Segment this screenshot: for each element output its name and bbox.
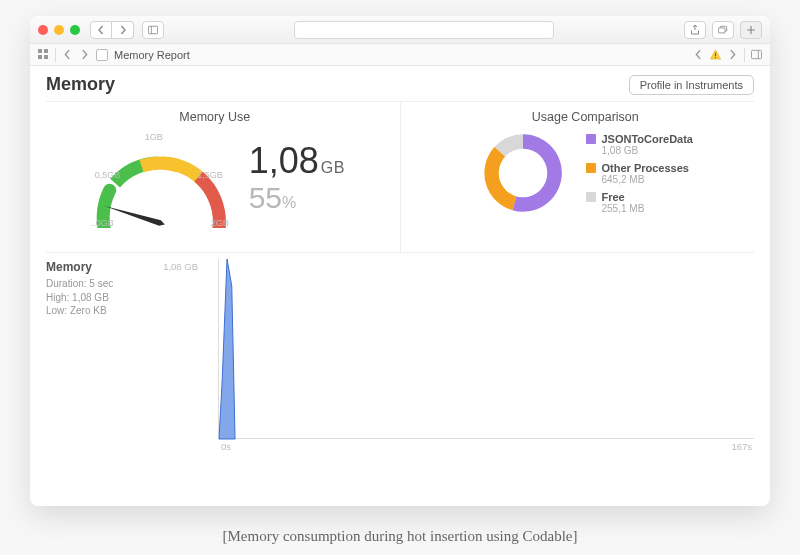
timeline-low: Low: Zero KB (46, 304, 146, 318)
gauge-percent-number: 55 (249, 181, 282, 214)
share-icon (690, 25, 700, 35)
usage-donut-chart (478, 128, 568, 218)
sidebar-icon (148, 25, 158, 35)
profile-in-instruments-button[interactable]: Profile in Instruments (629, 75, 754, 95)
legend-value: 645,2 MB (602, 174, 689, 185)
share-button[interactable] (684, 21, 706, 39)
forward-button[interactable] (112, 21, 134, 39)
scheme-selector[interactable] (294, 21, 554, 39)
figure-caption: [Memory consumption during hot insertion… (0, 528, 800, 545)
xcode-memory-report-window: Memory Report Memory Profile in Instrume… (30, 16, 770, 506)
editor-layout-icon (751, 49, 762, 60)
svg-rect-8 (715, 53, 716, 56)
legend-item: JSONToCoreData 1,08 GB (586, 133, 693, 156)
timeline-header: Memory Duration: 5 sec High: 1,08 GB Low… (46, 253, 754, 439)
usage-comparison-panel: Usage Comparison (401, 102, 771, 252)
grid-view-button[interactable] (38, 49, 49, 60)
legend-swatch (586, 134, 596, 144)
legend-value: 1,08 GB (602, 145, 693, 156)
gauge-tick-15: 1,5GB (197, 170, 223, 180)
related-items-button[interactable] (693, 49, 704, 60)
legend-swatch (586, 163, 596, 173)
titlebar-center (168, 21, 680, 39)
gauge-tick-2: 2GB (211, 218, 229, 228)
breadcrumb[interactable]: Memory Report (114, 49, 190, 61)
chevron-right-icon (79, 49, 90, 60)
gauge-tick-0: ..0GB (91, 218, 114, 228)
memory-use-panel: Memory Use (30, 102, 401, 252)
gauge-value-unit: GB (321, 159, 345, 176)
usage-legend: JSONToCoreData 1,08 GB Other Processes 6… (586, 133, 693, 214)
timeline-svg (219, 259, 754, 439)
titlebar-right-group (684, 21, 762, 39)
usage-comparison-title: Usage Comparison (417, 110, 755, 124)
gauge-value: 1,08GB (249, 143, 345, 179)
page-title: Memory (46, 74, 115, 95)
svg-rect-0 (148, 26, 157, 34)
tabs-button[interactable] (712, 21, 734, 39)
gauge-readout: 1,08GB 55% (249, 143, 345, 213)
chevron-right-icon (118, 25, 128, 35)
timeline-x-labels: 0s 167s (219, 441, 754, 452)
svg-rect-3 (718, 27, 725, 32)
history-back-button[interactable] (62, 49, 73, 60)
plus-icon (746, 25, 756, 35)
legend-name: Free (602, 191, 645, 203)
svg-rect-10 (751, 50, 761, 58)
grid-icon (38, 49, 49, 60)
chevron-left-icon (693, 49, 704, 60)
svg-rect-7 (44, 55, 48, 59)
legend-item: Other Processes 645,2 MB (586, 162, 693, 185)
svg-rect-4 (38, 49, 42, 53)
timeline-x1: 167s (731, 441, 752, 452)
svg-rect-5 (44, 49, 48, 53)
gauge-percent-unit: % (282, 194, 296, 211)
overview-panels: Memory Use (30, 102, 770, 252)
timeline-high: High: 1,08 GB (46, 291, 146, 305)
chevron-right-icon (727, 49, 738, 60)
memory-gauge: ..0GB 0,5GB 1GB 1,5GB 2GB (85, 128, 235, 228)
legend-name: JSONToCoreData (602, 133, 693, 145)
warning-icon (710, 49, 721, 60)
timeline-chart[interactable]: 0s 167s (218, 259, 754, 439)
gauge-percent: 55% (249, 183, 297, 213)
report-header: Memory Profile in Instruments (30, 66, 770, 101)
window-titlebar (30, 16, 770, 44)
add-button[interactable] (740, 21, 762, 39)
svg-point-15 (498, 149, 547, 198)
chevron-left-icon (96, 25, 106, 35)
gauge-tick-05: 0,5GB (95, 170, 121, 180)
timeline-title: Memory (46, 259, 146, 275)
timeline-x0: 0s (221, 441, 231, 452)
legend-swatch (586, 192, 596, 202)
memory-timeline-panel: Memory Duration: 5 sec High: 1,08 GB Low… (46, 253, 754, 492)
warning-indicator[interactable] (710, 49, 721, 60)
usage-comparison-area: JSONToCoreData 1,08 GB Other Processes 6… (417, 128, 755, 218)
legend-name: Other Processes (602, 162, 689, 174)
back-button[interactable] (90, 21, 112, 39)
document-icon (96, 49, 108, 61)
nav-back-forward-group (90, 21, 134, 39)
window-controls (38, 25, 80, 35)
zoom-window-button[interactable] (70, 25, 80, 35)
timeline-duration: Duration: 5 sec (46, 277, 146, 291)
gauge-area: ..0GB 0,5GB 1GB 1,5GB 2GB 1,08GB 55% (46, 128, 384, 228)
svg-rect-9 (715, 57, 716, 58)
chevron-left-icon (62, 49, 73, 60)
editor-path-bar: Memory Report (30, 44, 770, 66)
minimize-window-button[interactable] (54, 25, 64, 35)
timeline-info: Memory Duration: 5 sec High: 1,08 GB Low… (46, 259, 146, 318)
legend-value: 255,1 MB (602, 203, 645, 214)
editor-options-button[interactable] (751, 49, 762, 60)
timeline-ymax: 1,08 GB (162, 259, 202, 272)
tabs-icon (718, 25, 728, 35)
history-forward-button[interactable] (79, 49, 90, 60)
legend-item: Free 255,1 MB (586, 191, 693, 214)
close-window-button[interactable] (38, 25, 48, 35)
svg-rect-6 (38, 55, 42, 59)
gauge-value-number: 1,08 (249, 140, 319, 181)
next-issue-button[interactable] (727, 49, 738, 60)
gauge-tick-1: 1GB (145, 132, 163, 142)
memory-use-title: Memory Use (46, 110, 384, 124)
sidebar-toggle-button[interactable] (142, 21, 164, 39)
